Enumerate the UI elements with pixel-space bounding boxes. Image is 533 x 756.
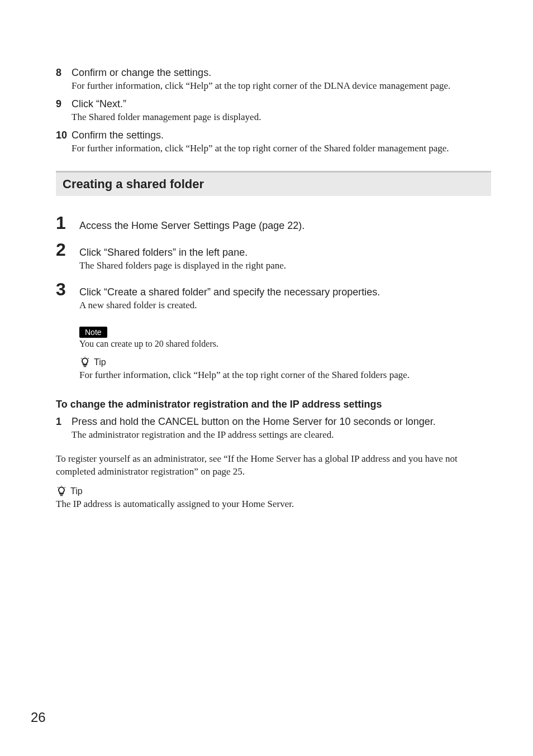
big-step-title: Access the Home Server Settings Page (pa… [79,220,491,232]
big-step-number: 1 [56,214,79,232]
step-body: The Shared folder management page is dis… [72,111,491,124]
svg-line-4 [58,487,58,488]
section-header: Creating a shared folder [56,171,491,196]
step-10: 10 Confirm the settings. For further inf… [56,130,491,155]
big-step-desc: A new shared folder is created. [79,299,491,312]
step-title: Press and hold the CANCEL button on the … [72,416,436,428]
big-step-1: 1 Access the Home Server Settings Page (… [56,214,491,233]
tip-text: The IP address is automatically assigned… [56,498,491,511]
note-badge: Note [79,327,107,338]
step-body: For further information, click “Help” at… [72,142,491,155]
step-number: 1 [56,416,72,428]
svg-line-1 [81,358,82,358]
big-step-list: 1 Access the Home Server Settings Page (… [56,214,491,312]
big-step-title: Click “Create a shared folder” and speci… [79,286,491,298]
step-8: 8 Confirm or change the settings. For fu… [56,67,491,93]
step-title: Confirm the settings. [72,130,164,141]
step-9: 9 Click “Next.” The Shared folder manage… [56,98,491,124]
svg-line-2 [88,358,89,358]
big-step-3: 3 Click “Create a shared folder” and spe… [56,280,491,312]
tip-text: For further information, click “Help” at… [79,369,491,382]
step-number: 8 [56,67,72,79]
step-body: The administrator registration and the I… [72,429,491,442]
step-number: 10 [56,130,72,141]
lightbulb-icon [79,357,91,368]
step-line: 1 Press and hold the CANCEL button on th… [56,416,491,428]
substep-list: 1 Press and hold the CANCEL button on th… [56,416,491,442]
big-step-body: Access the Home Server Settings Page (pa… [79,220,491,233]
tip-label: Tip [94,357,106,367]
note-text: You can create up to 20 shared folders. [79,339,491,349]
step-title: Click “Next.” [72,98,126,110]
big-step-body: Click “Shared folders” in the left pane.… [79,247,491,272]
step-line: 8 Confirm or change the settings. [56,67,491,79]
tip-row: Tip [79,357,491,368]
step-body: For further information, click “Help” at… [72,80,491,93]
substep-1: 1 Press and hold the CANCEL button on th… [56,416,491,442]
page-number: 26 [31,710,46,725]
step-number: 9 [56,98,72,110]
step-line: 9 Click “Next.” [56,98,491,110]
step-list-top: 8 Confirm or change the settings. For fu… [56,67,491,155]
step-line: 10 Confirm the settings. [56,130,491,141]
big-step-number: 3 [56,280,79,298]
tip-row: Tip [56,486,491,497]
svg-line-5 [65,487,65,488]
big-step-2: 2 Click “Shared folders” in the left pan… [56,241,491,272]
big-step-desc: The Shared folders page is displayed in … [79,260,491,272]
tip-label: Tip [70,486,83,496]
step-title: Confirm or change the settings. [72,67,211,79]
lightbulb-icon [56,486,67,497]
body-paragraph: To register yourself as an administrator… [56,453,491,479]
big-step-body: Click “Create a shared folder” and speci… [79,286,491,312]
big-step-title: Click “Shared folders” in the left pane. [79,247,491,259]
big-step-number: 2 [56,241,79,259]
subheading: To change the administrator registration… [56,399,491,410]
